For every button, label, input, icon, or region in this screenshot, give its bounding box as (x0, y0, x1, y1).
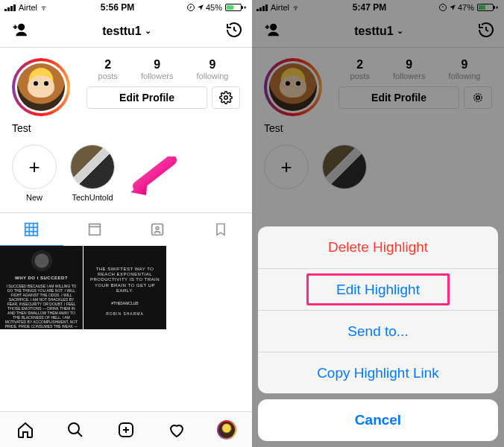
svg-point-8 (69, 423, 79, 434)
battery-icon (225, 4, 242, 11)
bottom-nav (0, 411, 252, 447)
avatar (17, 63, 65, 111)
highlight-techuntold[interactable]: TechUntold (70, 145, 115, 202)
highlight-thumb (71, 145, 114, 188)
sheet-copy-link[interactable]: Copy Highlight Link (258, 352, 498, 393)
tab-saved[interactable] (189, 213, 253, 246)
username-dropdown[interactable]: testtu1 ⌄ (102, 25, 151, 38)
clock: 5:56 PM (101, 2, 134, 13)
gear-icon (219, 91, 233, 104)
sheet-cancel[interactable]: Cancel (258, 399, 498, 441)
nav-profile[interactable] (217, 420, 236, 440)
posts-grid: WHY DO I SUCCEED? I SUCCEED BECAUSE I AM… (0, 246, 252, 329)
rotation-lock-icon (186, 3, 195, 12)
battery-pct: 45% (206, 3, 222, 12)
sheet-send-to[interactable]: Send to... (258, 310, 498, 352)
archive-icon[interactable] (225, 21, 243, 42)
svg-rect-5 (89, 224, 100, 235)
status-bar: Airtel 5:56 PM 45% (0, 0, 252, 15)
bookmark-icon (213, 221, 228, 238)
home-icon (16, 421, 34, 439)
wifi-icon (39, 4, 48, 11)
grid-icon (23, 221, 40, 238)
edit-profile-button[interactable]: Edit Profile (86, 86, 207, 109)
signal-icon (4, 4, 16, 11)
post-empty (167, 246, 251, 329)
post-2[interactable]: THE SWIFTEST WAY TO REACH EXPONENTIAL PR… (84, 246, 167, 329)
profile-story-ring[interactable] (12, 58, 70, 116)
stat-posts[interactable]: 2posts (98, 58, 118, 80)
nav-activity[interactable] (167, 420, 186, 440)
tab-grid[interactable] (0, 213, 63, 246)
tab-tagged[interactable] (126, 213, 189, 246)
search-icon (66, 421, 84, 439)
plus-icon: + (12, 145, 57, 189)
screenshot-right: Airtel 5:47 PM 47% testtu1 ⌄ (252, 0, 504, 447)
display-name: Test (0, 121, 252, 142)
add-post-icon (117, 421, 135, 439)
nav-header: testtu1 ⌄ (0, 15, 252, 48)
sheet-delete-highlight[interactable]: Delete Highlight (258, 226, 498, 268)
action-sheet: Delete Highlight Edit Highlight Send to.… (258, 226, 498, 441)
sheet-edit-highlight[interactable]: Edit Highlight (258, 268, 498, 310)
chevron-down-icon: ⌄ (145, 26, 151, 36)
screenshot-left: Airtel 5:56 PM 45% testtu1 ⌄ (0, 0, 252, 447)
feed-icon (86, 221, 103, 238)
nav-avatar (217, 420, 236, 440)
svg-point-2 (19, 24, 24, 29)
nav-search[interactable] (66, 420, 85, 440)
location-icon (197, 4, 204, 11)
svg-point-7 (156, 226, 159, 229)
add-friend-icon[interactable] (9, 22, 28, 41)
charging-icon (243, 4, 248, 11)
svg-point-0 (43, 10, 44, 10)
stat-followers[interactable]: 9followers (141, 58, 173, 80)
tab-feed[interactable] (63, 213, 127, 246)
heart-icon (168, 421, 186, 439)
stat-following[interactable]: 9following (197, 58, 229, 80)
profile-row: 2posts 9followers 9following Edit Profil… (0, 48, 252, 121)
highlights-tray: + New TechUntold (0, 142, 252, 212)
svg-point-3 (224, 96, 228, 100)
annotation-arrow-icon (127, 156, 179, 201)
tagged-icon (149, 221, 166, 238)
settings-button[interactable] (212, 86, 240, 109)
svg-rect-4 (25, 223, 38, 235)
carrier-label: Airtel (19, 3, 37, 12)
nav-add[interactable] (116, 420, 136, 440)
post-1[interactable]: WHY DO I SUCCEED? I SUCCEED BECAUSE I AM… (0, 246, 84, 329)
nav-home[interactable] (16, 420, 35, 440)
highlight-new[interactable]: + New (12, 145, 57, 202)
profile-tabs (0, 212, 252, 246)
